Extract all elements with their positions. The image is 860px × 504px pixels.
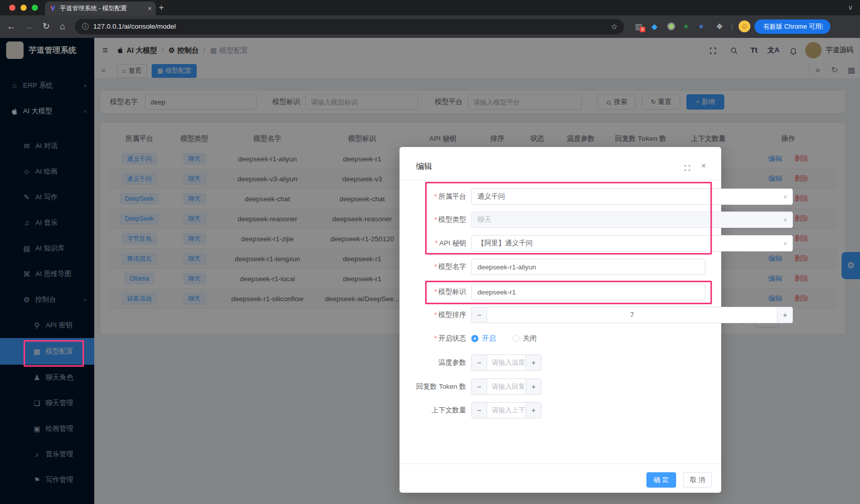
type-field-label: 模型类型 bbox=[438, 216, 466, 223]
tab-overflow-icon[interactable]: ∨ bbox=[848, 1, 853, 14]
stepper-plus-button[interactable]: + bbox=[526, 379, 541, 394]
form-row-api-key: *API 秘钥 【阿里】通义千问 ∨ bbox=[400, 235, 721, 251]
cancel-button[interactable]: 取 消 bbox=[683, 472, 712, 488]
site-info-icon[interactable]: ⓘ bbox=[82, 19, 89, 34]
sort-stepper: − 7 + bbox=[471, 307, 793, 323]
sort-value[interactable]: 7 bbox=[487, 307, 777, 323]
bookmark-star-icon[interactable]: ☆ bbox=[611, 19, 618, 34]
dialog-fullscreen-icon[interactable] bbox=[684, 163, 691, 172]
browser-tab[interactable]: 芋道管理系统 - 模型配置 × bbox=[45, 2, 156, 15]
form-row-model-name: *模型名字 bbox=[400, 259, 721, 275]
radio-status-off[interactable]: 关闭 bbox=[512, 330, 537, 347]
reload-icon[interactable]: ↻ bbox=[40, 15, 52, 38]
dialog-title: 编辑 bbox=[416, 161, 432, 172]
api-key-select-value: 【阿里】通义千问 bbox=[477, 239, 533, 247]
platform-field-label: 所属平台 bbox=[438, 193, 466, 200]
edit-model-dialog: 编辑 × *所属平台 通义千问 ∨ *模型类型 聊天 ∨ *API 秘钥 【阿里… bbox=[400, 147, 721, 493]
new-tab-button[interactable]: + bbox=[159, 1, 164, 14]
tab-close-icon[interactable]: × bbox=[148, 5, 152, 12]
api-key-select[interactable]: 【阿里】通义千问 ∨ bbox=[471, 235, 793, 251]
dialog-footer-divider bbox=[400, 464, 721, 464]
stepper-minus-button[interactable]: − bbox=[472, 403, 487, 418]
radio-status-on[interactable]: 开启 bbox=[471, 330, 496, 347]
max-tokens-placeholder[interactable]: 请输入回复 bbox=[487, 379, 526, 394]
stepper-plus-button[interactable]: + bbox=[526, 355, 541, 370]
temperature-stepper: − 请输入温度 + bbox=[471, 354, 541, 371]
context-count-placeholder[interactable]: 请输入上下 bbox=[487, 403, 526, 418]
dialog-close-icon[interactable]: × bbox=[701, 161, 706, 171]
radio-dot-icon bbox=[471, 335, 478, 342]
back-icon[interactable]: ← bbox=[5, 15, 17, 38]
chrome-update-label: 有新版 Chrome 可用 bbox=[763, 23, 822, 30]
dialog-divider bbox=[400, 180, 721, 180]
form-row-platform: *所属平台 通义千问 ∨ bbox=[400, 188, 721, 205]
type-select-value: 聊天 bbox=[477, 216, 491, 223]
temperature-field-label: 温度参数 bbox=[438, 359, 466, 366]
extensions-puzzle-icon[interactable]: ❖ bbox=[716, 22, 723, 32]
form-row-sort: *模型排序 − 7 + bbox=[400, 307, 721, 323]
extension-star-icon[interactable]: ✶ bbox=[683, 22, 689, 32]
profile-avatar-icon[interactable]: ☺ bbox=[739, 20, 750, 32]
chevron-down-icon: ∨ bbox=[783, 190, 787, 203]
extension-grid-icon[interactable]: ▥6 bbox=[635, 22, 642, 32]
forward-icon: → bbox=[23, 15, 35, 38]
chevron-down-icon: ∨ bbox=[783, 237, 787, 250]
stepper-plus-button[interactable]: + bbox=[777, 307, 792, 323]
model-name-input[interactable] bbox=[471, 259, 705, 275]
platform-select-value: 通义千问 bbox=[477, 193, 505, 200]
toolbar-divider: | bbox=[731, 22, 733, 32]
browser-tab-title: 芋道管理系统 - 模型配置 bbox=[60, 4, 145, 13]
chrome-update-chip[interactable]: 有新版 Chrome 可用 ⋮ bbox=[754, 19, 830, 34]
extension-circle-icon[interactable] bbox=[667, 23, 675, 30]
temperature-placeholder[interactable]: 请输入温度 bbox=[487, 355, 526, 370]
max-tokens-stepper: − 请输入回复 + bbox=[471, 379, 541, 395]
traffic-light-minimize[interactable] bbox=[20, 5, 27, 11]
form-row-model-id: *模型标识 bbox=[400, 284, 721, 300]
sort-field-label: 模型排序 bbox=[438, 311, 466, 319]
extension-kite-icon[interactable]: ◆ bbox=[652, 22, 658, 32]
extension-chevrons-icon[interactable]: » bbox=[697, 25, 707, 29]
form-row-context-count: 上下文数量 − 请输入上下 + bbox=[400, 402, 721, 418]
model-id-input[interactable] bbox=[471, 284, 705, 300]
browser-menu-icon[interactable]: ⋮ bbox=[819, 19, 826, 34]
browser-home-icon[interactable]: ⌂ bbox=[56, 15, 69, 38]
radio-dot-icon bbox=[512, 335, 519, 342]
stepper-minus-button[interactable]: − bbox=[472, 307, 487, 323]
browser-toolbar: ← → ↻ ⌂ ⓘ 127.0.0.1/ai/console/model ☆ ▥… bbox=[0, 15, 860, 38]
traffic-light-close[interactable] bbox=[9, 5, 15, 11]
form-row-type: *模型类型 聊天 ∨ bbox=[400, 212, 721, 228]
stepper-minus-button[interactable]: − bbox=[472, 379, 487, 394]
status-field-label: 开启状态 bbox=[438, 334, 466, 342]
api-key-field-label: API 秘钥 bbox=[439, 239, 466, 247]
traffic-light-zoom[interactable] bbox=[32, 5, 38, 11]
context-count-stepper: − 请输入上下 + bbox=[471, 402, 541, 418]
context-count-field-label: 上下文数量 bbox=[432, 406, 467, 414]
stepper-minus-button[interactable]: − bbox=[472, 355, 487, 370]
address-bar[interactable]: ⓘ 127.0.0.1/ai/console/model ☆ bbox=[75, 19, 624, 34]
status-radio-group: 开启 关闭 bbox=[471, 330, 551, 347]
browser-tabstrip: 芋道管理系统 - 模型配置 × + ∨ bbox=[0, 0, 860, 15]
platform-select[interactable]: 通义千问 ∨ bbox=[471, 188, 793, 205]
model-name-field-label: 模型名字 bbox=[438, 263, 466, 270]
confirm-button[interactable]: 确 定 bbox=[646, 472, 676, 488]
max-tokens-field-label: 回复数 Token 数 bbox=[416, 383, 466, 390]
form-row-temperature: 温度参数 − 请输入温度 + bbox=[400, 354, 721, 371]
extension-badge: 6 bbox=[640, 27, 645, 32]
model-id-field-label: 模型标识 bbox=[438, 288, 466, 296]
site-favicon bbox=[49, 5, 56, 12]
form-row-status: *开启状态 开启 关闭 bbox=[400, 330, 721, 347]
url-text: 127.0.0.1/ai/console/model bbox=[93, 19, 176, 34]
form-row-max-tokens: 回复数 Token 数 − 请输入回复 + bbox=[400, 379, 721, 395]
stepper-plus-button[interactable]: + bbox=[526, 403, 541, 418]
type-select-disabled: 聊天 ∨ bbox=[471, 212, 793, 228]
chevron-down-icon: ∨ bbox=[783, 213, 787, 226]
